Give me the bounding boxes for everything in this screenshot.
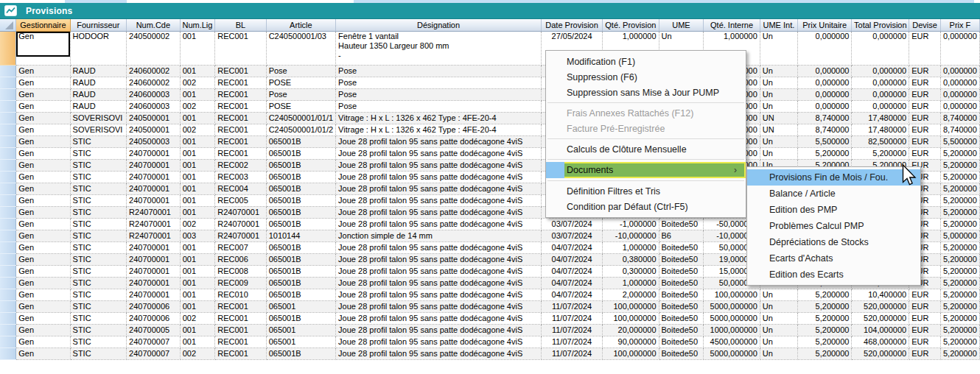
cell-date_provision[interactable]: 11/07/2024: [542, 324, 603, 336]
row-selector[interactable]: [0, 253, 16, 265]
cell-bl[interactable]: R24070001: [215, 218, 266, 230]
cell-num_lig[interactable]: 001: [180, 253, 215, 265]
cell-num_lig[interactable]: 001: [180, 112, 215, 124]
cell-total_provision[interactable]: 10,400000: [852, 289, 909, 300]
cell-num_lig[interactable]: 001: [180, 194, 215, 206]
cell-bl[interactable]: REC001: [215, 312, 266, 324]
cell-devise[interactable]: EUR: [909, 31, 941, 65]
cell-num_lig[interactable]: 001: [180, 300, 215, 312]
cell-num_cde[interactable]: R24070001: [127, 230, 181, 241]
cell-total_provision[interactable]: 0,000000: [852, 100, 909, 112]
cell-article[interactable]: 065001: [266, 336, 335, 347]
cell-date_provision[interactable]: 03/07/2024: [542, 218, 603, 230]
cell-num_lig[interactable]: 001: [180, 171, 215, 183]
cell-ume[interactable]: Boitede50: [659, 265, 704, 277]
cell-prix_f[interactable]: 5,200000: [940, 194, 979, 206]
cell-devise[interactable]: EUR: [909, 347, 941, 359]
cell-gestionnaire[interactable]: Gen: [16, 124, 70, 135]
cell-ume_int[interactable]: Un: [760, 289, 797, 300]
cell-date_provision[interactable]: 11/07/2024: [542, 312, 603, 324]
cell-qte_interne[interactable]: 5000,000000: [704, 300, 760, 312]
cell-num_cde[interactable]: 240700005: [127, 324, 181, 336]
cell-qte_provision[interactable]: 100,000000: [603, 312, 659, 324]
cell-num_cde[interactable]: 240700001: [127, 194, 181, 206]
cell-qte_interne[interactable]: 100,000000: [704, 289, 760, 300]
cell-total_provision[interactable]: 82,500000: [852, 135, 909, 147]
row-selector[interactable]: [0, 194, 16, 206]
cell-fournisseur[interactable]: RAUD: [70, 65, 127, 77]
row-selector[interactable]: [0, 336, 16, 347]
cell-bl[interactable]: REC001: [215, 300, 266, 312]
cell-fournisseur[interactable]: STIC: [70, 289, 127, 300]
cell-gestionnaire[interactable]: Gen: [16, 336, 70, 347]
cell-prix_unitaire[interactable]: 5,200000: [797, 324, 852, 336]
cell-ume[interactable]: Boitede50: [659, 312, 704, 324]
cell-bl[interactable]: REC001: [215, 324, 266, 336]
cell-ume_int[interactable]: Un: [760, 88, 797, 100]
cell-gestionnaire[interactable]: Gen: [16, 206, 70, 218]
cell-date_provision[interactable]: 11/07/2024: [542, 300, 603, 312]
cell-designation[interactable]: Joue 28 profil talon 95 sans patte dodéc…: [336, 206, 542, 218]
column-header-total_provision[interactable]: Total Provision: [852, 19, 909, 31]
submenu-item-ecarts-d-achats[interactable]: Ecarts d'Achats: [747, 250, 920, 267]
cell-gestionnaire[interactable]: Gen: [16, 241, 70, 253]
menu-item-suppression-f6[interactable]: Suppression (F6): [546, 69, 746, 85]
cell-gestionnaire[interactable]: Gen: [16, 112, 70, 124]
cell-num_lig[interactable]: 001: [180, 159, 215, 171]
row-selector[interactable]: [0, 265, 16, 277]
cell-total_provision[interactable]: 17,480000: [852, 124, 909, 135]
cell-designation[interactable]: Pose: [336, 88, 542, 100]
cell-ume[interactable]: Boitede50: [659, 241, 704, 253]
column-header-qte_interne[interactable]: Qté. Interne: [704, 19, 760, 31]
cell-prix_unitaire[interactable]: 5,200000: [797, 312, 852, 324]
cell-fournisseur[interactable]: SOVERISOVI: [70, 112, 127, 124]
cell-designation[interactable]: Pose: [336, 100, 542, 112]
cell-prix_f[interactable]: 5,200000: [940, 324, 979, 336]
cell-qte_interne[interactable]: 1000,000000: [704, 324, 760, 336]
row-selector[interactable]: [0, 206, 16, 218]
cell-prix_unitaire[interactable]: 5,200000: [797, 147, 852, 159]
submenu-item-edition-des-pmp[interactable]: Edition des PMP: [747, 202, 920, 218]
cell-prix_unitaire[interactable]: 8,740000: [797, 124, 852, 135]
cell-qte_provision[interactable]: 100,000000: [603, 347, 659, 359]
cell-ume_int[interactable]: UN: [760, 112, 797, 124]
cell-bl[interactable]: REC010: [215, 289, 266, 300]
cell-gestionnaire[interactable]: Gen: [16, 135, 70, 147]
cell-prix_f[interactable]: 0,000000: [940, 100, 979, 112]
cell-designation[interactable]: Pose: [336, 65, 542, 77]
cell-bl[interactable]: REC001: [215, 336, 266, 347]
row-selector[interactable]: [0, 77, 16, 88]
cell-article[interactable]: 065001B: [266, 253, 335, 265]
cell-gestionnaire[interactable]: Gen: [16, 347, 70, 359]
cell-total_provision[interactable]: 0,000000: [852, 77, 909, 88]
cell-prix_f[interactable]: 5,200000: [940, 253, 979, 265]
cell-prix_f[interactable]: 5,200000: [940, 159, 979, 171]
cell-qte_interne[interactable]: 5000,000000: [704, 347, 760, 359]
cell-date_provision[interactable]: 11/07/2024: [542, 347, 603, 359]
cell-devise[interactable]: EUR: [909, 124, 941, 135]
cell-num_cde[interactable]: 240700001: [127, 253, 181, 265]
cell-ume_int[interactable]: Un: [760, 312, 797, 324]
cell-article[interactable]: 065001B: [266, 135, 335, 147]
submenu-item-edition-des-ecarts[interactable]: Edition des Ecarts: [747, 267, 920, 283]
submenu-item-problemes-calcul-pmp[interactable]: Problèmes Calcul PMP: [747, 218, 920, 234]
cell-ume_int[interactable]: Un: [760, 135, 797, 147]
cell-num_cde[interactable]: R24070001: [127, 206, 181, 218]
cell-article[interactable]: Pose: [266, 65, 335, 77]
cell-prix_f[interactable]: 5,200000: [940, 265, 979, 277]
cell-qte_provision[interactable]: 0,380000: [603, 253, 659, 265]
cell-devise[interactable]: EUR: [909, 100, 941, 112]
cell-gestionnaire[interactable]: Gen: [16, 312, 70, 324]
cell-article[interactable]: C240500001/01/2: [266, 124, 335, 135]
cell-num_lig[interactable]: 001: [180, 183, 215, 194]
cell-ume[interactable]: B6: [659, 230, 704, 241]
cell-article[interactable]: C240500001/03: [266, 31, 335, 65]
cell-prix_f[interactable]: 5,200000: [940, 336, 979, 347]
cell-devise[interactable]: EUR: [909, 77, 941, 88]
cell-article[interactable]: 065001B: [266, 194, 335, 206]
menu-item-frais-annexes-rattaches-f12[interactable]: Frais Annexes Rattachés (F12): [546, 105, 746, 121]
cell-designation[interactable]: Joue 28 profil talon 95 sans patte dodéc…: [336, 147, 542, 159]
cell-fournisseur[interactable]: STIC: [70, 230, 127, 241]
cell-bl[interactable]: REC004: [215, 183, 266, 194]
cell-designation[interactable]: Joue 28 profil talon 95 sans patte dodéc…: [336, 135, 542, 147]
